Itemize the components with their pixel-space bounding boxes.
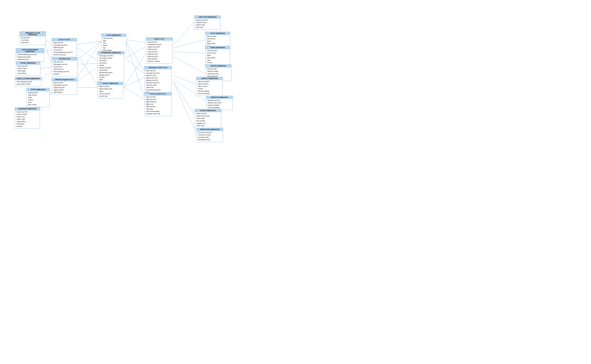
crew-dimension-header: CREW DIMENSION	[206, 46, 230, 49]
svg-line-9	[74, 64, 98, 64]
agency-dimension-body: Agency Key (PK) Agency ID (NK) Agency Na…	[196, 80, 223, 96]
report-inquiry-fact-body: Date Key (FK) Passenger Key (FK) Inquiry…	[52, 81, 77, 95]
airplane-dimension-body: Airplane Key (PK) Airplane ID (NK) Airpl…	[194, 19, 220, 30]
svg-line-19	[173, 57, 206, 74]
inquiries-dimension-body: Inquiry Key (PK) Inquiry ID (NK) Inquiry…	[15, 110, 40, 129]
svg-line-18	[173, 52, 205, 53]
field-airplane-type: Airplane Type	[196, 24, 219, 26]
airplane-dimension-entity: AIRPLANE DIMENSION Airplane Key (PK) Air…	[194, 15, 221, 30]
crew-dimension-entity: CREW DIMENSION Crew Key (PK) Crew ID (NK…	[205, 46, 230, 65]
staying-fact-header: STAYING FACT	[52, 58, 77, 60]
connectors-layer	[0, 0, 591, 364]
website-dimension-body: Website Key (PK) Website Name (NK) Payme…	[206, 99, 232, 110]
frequent-flyer-dimension-header: FREQUENT FLYER DIMENSION	[20, 32, 46, 36]
total-flight-fact-body: Date Key (FK) Flight Key (FK) Flight Rev…	[145, 95, 172, 116]
agency-dimension-entity: AGENCY DIMENSION Agency Key (PK) Agency …	[196, 77, 223, 96]
points-redeeming-dimension-header: POINTS REDEEMING DIMENSION	[16, 48, 44, 53]
field-airplane-id: Airplane ID (NK)	[196, 21, 219, 24]
website-dimension-entity: WEBSITE DIMENSION Website Key (PK) Websi…	[206, 96, 233, 110]
points-redeeming-dimension-entity: POINTS REDEEMING DIMENSION Points Redeem…	[16, 48, 44, 62]
flight-dimension-body: Flight Key (PK) Flight Number (NK) Statu…	[98, 85, 123, 98]
inquiries-dimension-header: INQUIRIES DIMENSION	[15, 107, 40, 110]
loyalty-fact-entity: LOYALTY FACT Date Key (FK) Passenger Key…	[52, 38, 77, 57]
crew-dimension-body: Crew Key (PK) Crew ID (NK) Name Date of …	[206, 49, 230, 65]
loyalty-fact-header: LOYALTY FACT	[52, 38, 77, 41]
passenger-dimension-body: Passenger Key (PK) Passenger ID (NK) Fir…	[98, 54, 124, 84]
svg-line-1	[125, 39, 144, 71]
hotel-staying-dimension-entity: HOTEL STAYING DIMENSION Hotel Staying Ke…	[15, 77, 42, 86]
svg-line-10	[74, 67, 98, 84]
svg-line-7	[125, 58, 144, 74]
svg-line-17	[173, 39, 205, 48]
frequent-flyer-dimension-entity: FREQUENT FLYER DIMENSION FQ Key (PK) FQ …	[20, 31, 46, 45]
date-dimension-entity: DATE DIMENSION Date Key (PK) Date Year M…	[101, 34, 126, 53]
svg-line-11	[124, 53, 146, 88]
staff-dimension-header: STAFF DIMENSION	[27, 88, 49, 91]
total-flight-fact-header: TOTAL FLIGHT FACT	[145, 92, 172, 95]
staying-fact-body: Date Key (FK) Passenger Key (FK) FQ Key …	[52, 60, 77, 76]
flight-dimension-header: FLIGHT DIMENSION	[98, 82, 123, 85]
staff-dimension-body: Staff Key (PK) Staff ID (NK) Name Gender…	[27, 91, 49, 107]
svg-line-2	[125, 39, 144, 98]
promotion-dimension-header: PROMOTION DIMENSION	[197, 128, 223, 131]
website-dimension-header: WEBSITE DIMENSION	[206, 96, 232, 99]
svg-line-16	[173, 22, 194, 45]
svg-line-8	[74, 46, 98, 60]
flight-fact-body: Date Key (FK) Passenger Key (FK) Airplan…	[146, 40, 173, 63]
frequent-flyer-dimension-body: FQ Key (PK) FQ ID (NK) Fare Basis	[20, 36, 46, 45]
agency-dimension-header: AGENCY DIMENSION	[196, 77, 223, 80]
svg-line-5	[74, 41, 101, 82]
svg-line-6	[125, 46, 146, 58]
pilot-dimension-header: PILOT DIMENSION	[206, 32, 230, 35]
svg-line-3	[74, 41, 101, 45]
booking-flight-fact-body: Date Key (FK) Passenger Key (FK) Flight …	[145, 69, 172, 94]
ticket-dimension-entity: TICKET DIMENSION Ticket Key (PK) Ticket …	[195, 109, 221, 128]
promotion-dimension-body: Promotion Key (PK) Promotion ID (NK) Pro…	[197, 131, 223, 142]
staying-fact-entity: STAYING FACT Date Key (FK) Passenger Key…	[52, 57, 77, 76]
svg-line-13	[124, 88, 144, 99]
field-class-type: Class Type	[196, 26, 219, 29]
svg-line-0	[125, 39, 146, 43]
staff-dimension-entity: STAFF DIMENSION Staff Key (PK) Staff ID …	[27, 88, 50, 107]
inquiries-dimension-entity: INQUIRIES DIMENSION Inquiry Key (PK) Inq…	[15, 107, 40, 129]
svg-line-12	[124, 77, 144, 88]
passenger-dimension-header: PASSENGER DIMENSION	[98, 51, 124, 54]
loyalty-fact-body: Date Key (FK) Passenger Key (FK) Flight …	[52, 41, 77, 57]
svg-line-15	[74, 50, 97, 85]
svg-line-20	[173, 76, 196, 84]
flight-fact-header: FLIGHT FACT	[146, 38, 173, 40]
flight-fact-entity: FLIGHT FACT Date Key (FK) Passenger Key …	[146, 37, 173, 64]
points-redeeming-dimension-body: Points Redeeming Key (PK) Redeeming ID (…	[16, 53, 44, 62]
promotion-dimension-entity: PROMOTION DIMENSION Promotion Key (PK) P…	[197, 128, 223, 142]
total-flight-fact-entity: TOTAL FLIGHT FACT Date Key (FK) Flight K…	[144, 92, 172, 116]
flight-dimension-entity: FLIGHT DIMENSION Flight Key (PK) Flight …	[97, 82, 123, 98]
svg-line-22	[173, 82, 195, 115]
hotel-staying-dimension-header: HOTEL STAYING DIMENSION	[15, 77, 41, 80]
svg-line-29	[51, 91, 52, 95]
report-inquiry-fact-entity: REPORT INQUIRY FACT Date Key (FK) Passen…	[52, 78, 77, 95]
svg-line-23	[173, 82, 197, 134]
booking-flight-fact-entity: BOOKING FLIGHT FACT Date Key (FK) Passen…	[144, 66, 172, 95]
diagram-canvas: AIRPLANE DIMENSION Airplane Key (PK) Air…	[0, 0, 591, 364]
ticket-dimension-body: Ticket Key (PK) Ticket Number (NK) Ticke…	[195, 112, 221, 128]
report-inquiry-fact-header: REPORT INQUIRY FACT	[52, 78, 77, 81]
airplane-dimension-header: AIRPLANE DIMENSION	[194, 16, 220, 19]
svg-line-4	[74, 41, 101, 63]
hotel-dimension-entity: HOTEL DIMENSION Hotel Key (PK) Hotel ID …	[16, 61, 40, 76]
booking-flight-fact-header: BOOKING FLIGHT FACT	[145, 66, 172, 69]
hotel-dimension-body: Hotel Key (PK) Hotel ID (NK) Hotel Name …	[16, 65, 40, 76]
ticket-dimension-header: TICKET DIMENSION	[195, 109, 221, 112]
passenger-dimension-entity: PASSENGER DIMENSION Passenger Key (PK) P…	[98, 51, 124, 84]
hotel-staying-dimension-body: Hotel Staying Key (PK) Reservation ID (N…	[15, 80, 41, 86]
date-dimension-body: Date Key (PK) Date Year Month Day Day of…	[101, 37, 126, 52]
field-airplane-key: Airplane Key (PK)	[196, 19, 219, 21]
svg-line-27	[39, 67, 52, 69]
date-dimension-header: DATE DIMENSION	[101, 34, 126, 37]
hotel-dimension-header: HOTEL DIMENSION	[16, 62, 40, 65]
route-dimension-header: ROUTE DIMENSION	[206, 65, 231, 67]
